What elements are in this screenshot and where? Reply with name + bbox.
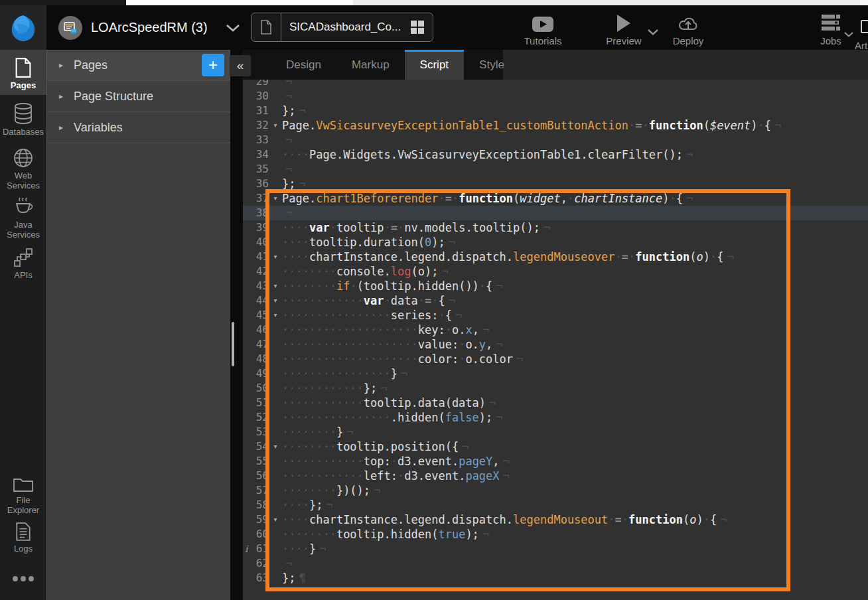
fold-arrow-icon[interactable]: ▾ [269,279,282,293]
code-line[interactable]: 42········console.log(o);¬ [243,264,868,279]
code-line[interactable]: 38¬ [243,206,868,220]
code-line[interactable]: 32▾Page.VwSicasurveyExceptionTable1_cust… [243,118,868,133]
line-number: 55 [243,454,269,469]
code-line[interactable]: 51············tooltip.data(data)¬ [243,396,868,410]
fold-gutter [269,133,282,147]
code-line[interactable]: 48····················color:·o.color¬ [243,352,868,366]
script-code-editor[interactable]: 29¬30¬31};¬32▾Page.VwSicasurveyException… [243,80,868,600]
project-chevron-down-icon[interactable] [226,24,240,32]
code-line[interactable]: 59▾····chartInstance.legend.dispatch.leg… [243,512,868,527]
code-line[interactable]: 56············left:·d3.event.pageX¬ [243,469,868,483]
code-line[interactable]: 60········tooltip.hidden(true);¬ [243,527,868,542]
fold-arrow-icon[interactable]: ▾ [269,512,282,527]
fold-gutter [269,147,282,162]
tutorials-button[interactable]: Tutorials [519,15,567,46]
panel-scrollbar-thumb[interactable] [232,322,234,366]
sidebar-item-web-services[interactable]: Web Services [0,148,46,190]
code-line[interactable]: 57········})();¬ [243,483,868,498]
code-line[interactable]: 34····Page.Widgets.VwSicasurveyException… [243,147,868,162]
code-line[interactable]: 33¬ [243,133,868,147]
fold-arrow-icon[interactable]: ▾ [269,250,282,264]
preview-chevron-down-icon[interactable] [648,29,658,35]
preview-label: Preview [606,35,641,46]
add-page-button[interactable]: + [202,54,224,76]
line-number: 50 [243,381,269,396]
code-line[interactable]: 44▾············var·data·=·{¬ [243,293,868,308]
code-line[interactable]: 35¬ [243,162,868,177]
wavemaker-logo[interactable] [0,5,46,50]
caret-right-icon[interactable]: ▸ [59,92,68,101]
preview-button[interactable]: Preview [603,15,645,46]
sidebar-item-java-services[interactable]: Java Services [0,197,46,240]
code-text: ········console.log(o);¬ [282,264,449,279]
caret-right-icon[interactable]: ▸ [59,60,68,70]
code-line[interactable]: 45▾················series:·{¬ [243,308,868,323]
sidebar-more-button[interactable] [0,575,46,582]
info-gutter-icon[interactable]: i [245,542,248,556]
jobs-button[interactable]: Jobs [815,15,847,46]
sidebar-item-databases[interactable]: Databases [0,103,46,137]
sidebar-item-logs[interactable]: Logs [0,522,46,554]
line-number: 49 [243,366,269,381]
fold-arrow-icon[interactable]: ▾ [269,293,282,308]
fold-gutter [269,220,282,235]
fold-arrow-icon[interactable]: ▾ [269,308,282,323]
project-selector[interactable]: LOArcSpeedRM (3) [58,5,240,50]
tab-style[interactable]: Style [464,50,520,80]
code-line[interactable]: 54▾········tooltip.position({¬ [243,439,868,454]
tab-markup[interactable]: Markup [336,50,405,80]
panel-section-pages[interactable]: ▸ Pages + [47,50,230,81]
code-line[interactable]: 47····················value:·o.y,¬ [243,337,868,352]
line-number: 39 [243,220,269,235]
line-number: 59 [243,512,269,527]
fold-arrow-icon[interactable]: ▾ [269,439,282,454]
fold-gutter [269,89,282,104]
code-line[interactable]: 41▾····chartInstance.legend.dispatch.leg… [243,250,868,264]
code-line[interactable]: 62¬ [243,556,868,571]
tab-script[interactable]: Script [405,50,464,80]
code-line[interactable]: i61····}¬ [243,542,868,556]
code-line[interactable]: 40····tooltip.duration(0);¬ [243,235,868,250]
code-line[interactable]: 50············};¬ [243,381,868,396]
code-line[interactable]: 58····};¬ [243,498,868,512]
sidebar-label: Web Services [2,171,44,190]
sidebar-item-file-explorer[interactable]: File Explorer [0,477,46,515]
jobs-chevron-down-icon[interactable] [844,32,853,37]
code-line[interactable]: 43▾········if·(tooltip.hidden())·{¬ [243,279,868,293]
panel-section-variables[interactable]: ▸ Variables [47,112,230,143]
code-line[interactable]: 39····var·tooltip·=·nv.models.tooltip();… [243,220,868,235]
line-number: 30 [243,89,269,104]
sidebar-item-apis[interactable]: APIs [0,248,46,280]
tab-design[interactable]: Design [271,50,336,80]
grid-view-icon[interactable] [410,20,433,35]
fold-arrow-icon[interactable]: ▾ [269,191,282,206]
code-line[interactable]: 36};¬ [243,177,868,191]
code-line[interactable]: 53········}¬ [243,425,868,439]
sidebar-item-pages[interactable]: Pages [0,50,46,95]
line-number: 52 [243,410,269,425]
code-line[interactable]: 55············top:·d3.event.pageY,¬ [243,454,868,469]
fold-gutter [269,410,282,425]
fold-gutter [269,498,282,512]
fold-gutter [269,483,282,498]
collapse-panel-button[interactable]: « [230,55,251,76]
line-number: 53 [243,425,269,439]
code-line[interactable]: 49················}¬ [243,366,868,381]
deploy-button[interactable]: Deploy [667,15,709,46]
code-line[interactable]: 52················.hidden(false);¬ [243,410,868,425]
code-line[interactable]: 31};¬ [243,104,868,118]
code-line[interactable]: 46····················key:·o.x,¬ [243,323,868,337]
caret-right-icon[interactable]: ▸ [59,123,68,132]
code-line[interactable]: 63};¶ [243,571,868,585]
code-line[interactable]: 29¬ [243,80,868,89]
top-strip-dark-segment [0,0,126,5]
code-text: ········}¬ [282,425,353,439]
code-text: };¶ [282,571,306,585]
code-line[interactable]: 37▾Page.chart1Beforerender·=·function(wi… [243,191,868,206]
main-sidebar: Pages Databases Web Services Java Servic… [0,50,46,600]
database-icon [14,103,33,124]
panel-section-page-structure[interactable]: ▸ Page Structure [47,81,230,112]
open-page-tab[interactable]: SICADashboard_Co... [251,13,433,42]
code-line[interactable]: 30¬ [243,89,868,104]
fold-arrow-icon[interactable]: ▾ [269,118,282,133]
